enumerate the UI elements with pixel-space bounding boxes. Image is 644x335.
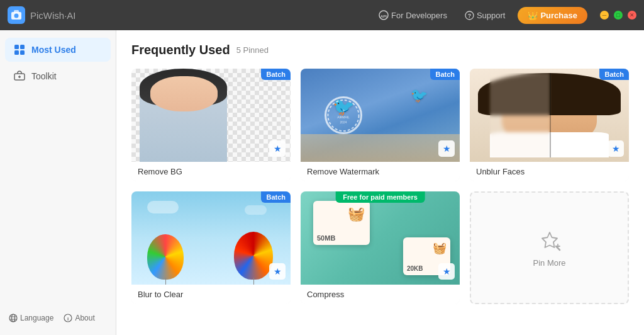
most-used-icon bbox=[14, 44, 25, 55]
tools-grid: Batch ★ Remove BG 🐦 🐦 bbox=[131, 69, 629, 304]
app-logo bbox=[8, 6, 25, 24]
svg-rect-2 bbox=[14, 10, 19, 13]
tool-card-remove-watermark[interactable]: 🐦 🐦 ✈ AIRMAIL 2024 bbox=[301, 69, 460, 181]
svg-rect-10 bbox=[20, 50, 25, 55]
tool-label-blur-to-clear: Blur to Clear bbox=[131, 285, 291, 304]
toolkit-icon bbox=[14, 71, 25, 82]
tool-card-blur-to-clear[interactable]: Batch ★ Blur to Clear bbox=[131, 191, 291, 304]
star-button-remove-watermark[interactable]: ★ bbox=[438, 140, 455, 157]
support-button[interactable]: ? Support bbox=[460, 8, 511, 23]
svg-point-14 bbox=[9, 314, 17, 322]
maximize-button[interactable]: □ bbox=[614, 11, 623, 20]
svg-text:✈: ✈ bbox=[341, 109, 345, 113]
sidebar: Most Used Toolkit bbox=[0, 30, 116, 335]
svg-text:API: API bbox=[380, 14, 387, 18]
titlebar-actions: API For Developers ? Support 👑 Purchase … bbox=[374, 7, 636, 24]
app-name: PicWish·AI bbox=[30, 10, 76, 21]
svg-text:2024: 2024 bbox=[340, 121, 347, 124]
stamp-overlay: ✈ AIRMAIL 2024 bbox=[325, 96, 362, 134]
titlebar: PicWish·AI API For Developers ? Support … bbox=[0, 0, 644, 30]
tool-thumb-compress: 🧺 50MB 🧺 20KB Free for paid members ★ bbox=[301, 191, 460, 285]
close-button[interactable]: ✕ bbox=[628, 11, 636, 20]
free-badge-compress: Free for paid members bbox=[335, 191, 425, 203]
tool-label-remove-bg: Remove BG bbox=[131, 162, 291, 181]
tool-thumb-remove-watermark: 🐦 🐦 ✈ AIRMAIL 2024 bbox=[301, 69, 460, 162]
star-button-remove-bg[interactable]: ★ bbox=[269, 140, 286, 157]
about-icon: i bbox=[64, 314, 72, 322]
content-title: Frequently Used bbox=[131, 43, 230, 57]
content-header: Frequently Used 5 Pinned bbox=[131, 43, 629, 57]
pinned-count: 5 Pinned bbox=[236, 45, 269, 55]
svg-point-1 bbox=[14, 14, 19, 18]
batch-badge-remove-bg: Batch bbox=[261, 69, 291, 80]
batch-badge-blur-to-clear: Batch bbox=[261, 191, 291, 203]
compress-image: 🧺 50MB 🧺 20KB bbox=[301, 191, 460, 285]
tool-thumb-remove-bg: Batch ★ bbox=[131, 69, 291, 162]
tool-card-remove-bg[interactable]: Batch ★ Remove BG bbox=[131, 69, 291, 181]
svg-text:?: ? bbox=[468, 13, 472, 19]
star-button-unblur-faces[interactable]: ★ bbox=[608, 140, 624, 157]
main-layout: Most Used Toolkit bbox=[0, 30, 644, 335]
pin-more-card[interactable]: Pin More bbox=[470, 191, 629, 304]
sidebar-item-toolkit[interactable]: Toolkit bbox=[5, 64, 111, 88]
svg-rect-7 bbox=[14, 45, 19, 49]
minimize-button[interactable]: ─ bbox=[600, 11, 609, 20]
batch-badge-remove-watermark: Batch bbox=[430, 69, 460, 80]
star-button-compress[interactable]: ★ bbox=[438, 263, 455, 280]
about-link[interactable]: i About bbox=[64, 314, 94, 322]
pin-more-label: Pin More bbox=[533, 258, 565, 268]
svg-point-15 bbox=[12, 314, 15, 322]
for-developers-button[interactable]: API For Developers bbox=[374, 8, 452, 23]
star-button-blur-to-clear[interactable]: ★ bbox=[269, 263, 286, 280]
support-icon: ? bbox=[465, 11, 474, 20]
svg-rect-9 bbox=[14, 50, 19, 55]
tool-card-compress[interactable]: 🧺 50MB 🧺 20KB Free for paid members ★ Co… bbox=[301, 191, 460, 304]
content-area: Frequently Used 5 Pinned Batch bbox=[116, 30, 644, 335]
tool-card-unblur-faces[interactable]: Batch ★ Unblur Faces bbox=[470, 69, 629, 181]
svg-rect-8 bbox=[20, 45, 25, 49]
language-link[interactable]: Language bbox=[9, 314, 53, 322]
purchase-button[interactable]: 👑 Purchase bbox=[518, 7, 587, 24]
tool-label-remove-watermark: Remove Watermark bbox=[301, 162, 460, 181]
batch-badge-unblur-faces: Batch bbox=[599, 69, 629, 80]
tool-label-compress: Compress bbox=[301, 285, 460, 304]
tool-thumb-blur-to-clear: Batch ★ bbox=[131, 191, 291, 285]
sidebar-item-most-used[interactable]: Most Used bbox=[5, 38, 111, 62]
large-file-card: 🧺 50MB bbox=[313, 201, 370, 245]
language-icon bbox=[9, 314, 18, 322]
tool-label-unblur-faces: Unblur Faces bbox=[470, 162, 629, 181]
api-icon: API bbox=[379, 10, 389, 20]
window-controls: ─ □ ✕ bbox=[600, 11, 636, 20]
svg-text:AIRMAIL: AIRMAIL bbox=[337, 116, 350, 119]
sidebar-nav: Most Used Toolkit bbox=[0, 38, 116, 88]
titlebar-left: PicWish·AI bbox=[8, 6, 76, 24]
pin-more-icon bbox=[538, 229, 561, 254]
tool-thumb-unblur-faces: Batch ★ bbox=[470, 69, 629, 162]
sidebar-footer: Language i About bbox=[0, 309, 116, 327]
svg-text:i: i bbox=[67, 316, 69, 322]
balloon-image bbox=[131, 191, 291, 285]
